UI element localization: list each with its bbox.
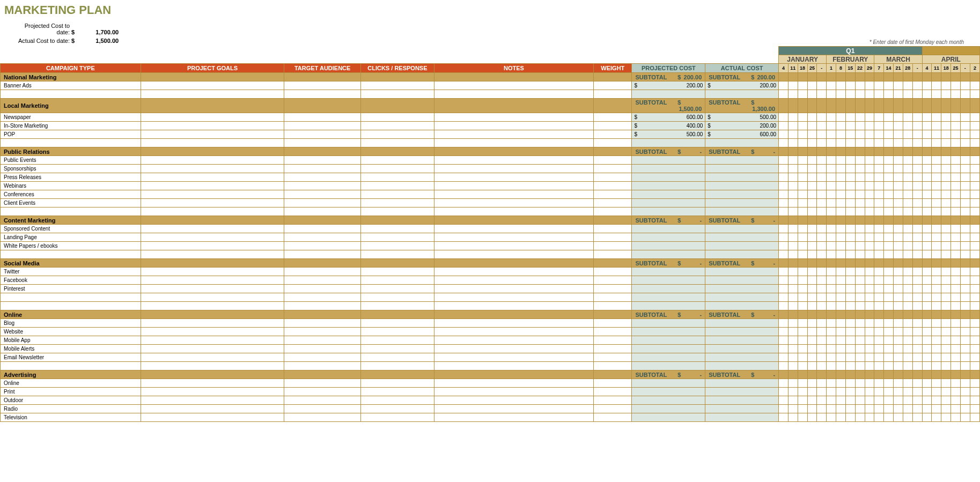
calendar-cell[interactable] bbox=[807, 122, 817, 130]
calendar-cell[interactable] bbox=[865, 81, 874, 90]
calendar-cell[interactable] bbox=[941, 130, 951, 139]
calendar-cell[interactable] bbox=[855, 302, 865, 310]
notes-cell[interactable] bbox=[434, 276, 593, 285]
calendar-cell[interactable] bbox=[874, 396, 884, 405]
money-cell[interactable] bbox=[632, 139, 705, 147]
day-cell[interactable]: 18 bbox=[798, 64, 807, 73]
calendar-cell[interactable] bbox=[865, 130, 874, 139]
calendar-cell[interactable] bbox=[798, 276, 807, 285]
calendar-cell[interactable] bbox=[941, 293, 951, 302]
calendar-cell[interactable] bbox=[788, 81, 798, 90]
calendar-cell[interactable] bbox=[798, 81, 807, 90]
day-cell[interactable]: 4 bbox=[779, 64, 789, 73]
calendar-cell[interactable] bbox=[874, 242, 884, 250]
calendar-cell[interactable] bbox=[865, 233, 874, 242]
calendar-cell[interactable] bbox=[827, 413, 836, 422]
calendar-cell[interactable] bbox=[817, 370, 827, 379]
goals-cell[interactable] bbox=[141, 268, 284, 276]
calendar-cell[interactable] bbox=[912, 388, 922, 396]
notes-cell[interactable] bbox=[434, 190, 593, 199]
calendar-cell[interactable] bbox=[903, 113, 912, 122]
notes-cell[interactable] bbox=[434, 379, 593, 388]
calendar-cell[interactable] bbox=[798, 130, 807, 139]
calendar-cell[interactable] bbox=[960, 216, 970, 225]
calendar-cell[interactable] bbox=[970, 259, 979, 268]
calendar-cell[interactable] bbox=[912, 165, 922, 173]
calendar-cell[interactable] bbox=[807, 173, 817, 182]
item-label[interactable]: White Papers / ebooks bbox=[1, 242, 141, 250]
calendar-cell[interactable] bbox=[884, 182, 894, 190]
calendar-cell[interactable] bbox=[884, 173, 894, 182]
calendar-cell[interactable] bbox=[932, 362, 941, 370]
item-label[interactable]: Facebook bbox=[1, 276, 141, 285]
calendar-cell[interactable] bbox=[779, 336, 789, 345]
calendar-cell[interactable] bbox=[788, 207, 798, 216]
clicks-cell[interactable] bbox=[361, 199, 434, 207]
calendar-cell[interactable] bbox=[970, 122, 979, 130]
calendar-cell[interactable] bbox=[903, 99, 912, 113]
calendar-cell[interactable] bbox=[922, 233, 932, 242]
calendar-cell[interactable] bbox=[836, 182, 846, 190]
calendar-cell[interactable] bbox=[779, 130, 789, 139]
calendar-cell[interactable] bbox=[836, 319, 846, 328]
audience-cell[interactable] bbox=[284, 353, 361, 362]
goals-cell[interactable] bbox=[141, 113, 284, 122]
calendar-cell[interactable] bbox=[903, 379, 912, 388]
calendar-cell[interactable] bbox=[827, 99, 836, 113]
calendar-cell[interactable] bbox=[932, 190, 941, 199]
clicks-cell[interactable] bbox=[361, 319, 434, 328]
calendar-cell[interactable] bbox=[827, 319, 836, 328]
calendar-cell[interactable] bbox=[932, 345, 941, 353]
calendar-cell[interactable] bbox=[807, 396, 817, 405]
calendar-cell[interactable] bbox=[960, 99, 970, 113]
calendar-cell[interactable] bbox=[893, 190, 903, 199]
calendar-cell[interactable] bbox=[798, 293, 807, 302]
calendar-cell[interactable] bbox=[932, 405, 941, 413]
calendar-cell[interactable] bbox=[903, 336, 912, 345]
calendar-cell[interactable] bbox=[836, 147, 846, 156]
calendar-cell[interactable] bbox=[836, 268, 846, 276]
calendar-cell[interactable] bbox=[827, 268, 836, 276]
calendar-cell[interactable] bbox=[941, 225, 951, 233]
calendar-cell[interactable] bbox=[807, 250, 817, 259]
money-cell[interactable] bbox=[705, 328, 779, 336]
calendar-cell[interactable] bbox=[855, 310, 865, 319]
audience-cell[interactable] bbox=[284, 173, 361, 182]
day-cell[interactable]: 11 bbox=[788, 64, 798, 73]
calendar-cell[interactable] bbox=[903, 310, 912, 319]
weight-cell[interactable] bbox=[594, 413, 632, 422]
day-cell[interactable]: 28 bbox=[903, 64, 912, 73]
weight-cell[interactable] bbox=[594, 233, 632, 242]
calendar-cell[interactable] bbox=[836, 370, 846, 379]
item-label[interactable] bbox=[1, 302, 141, 310]
calendar-cell[interactable] bbox=[845, 413, 855, 422]
calendar-cell[interactable] bbox=[845, 268, 855, 276]
calendar-cell[interactable] bbox=[788, 190, 798, 199]
calendar-cell[interactable] bbox=[922, 302, 932, 310]
calendar-cell[interactable] bbox=[827, 207, 836, 216]
weight-cell[interactable] bbox=[594, 353, 632, 362]
money-cell[interactable]: $600.00 bbox=[632, 113, 705, 122]
calendar-cell[interactable] bbox=[845, 370, 855, 379]
goals-cell[interactable] bbox=[141, 413, 284, 422]
calendar-cell[interactable] bbox=[884, 336, 894, 345]
calendar-cell[interactable] bbox=[903, 182, 912, 190]
weight-cell[interactable] bbox=[594, 113, 632, 122]
clicks-cell[interactable] bbox=[361, 233, 434, 242]
calendar-cell[interactable] bbox=[845, 388, 855, 396]
calendar-cell[interactable] bbox=[893, 405, 903, 413]
money-cell[interactable] bbox=[705, 182, 779, 190]
calendar-cell[interactable] bbox=[922, 293, 932, 302]
calendar-cell[interactable] bbox=[779, 113, 789, 122]
calendar-cell[interactable] bbox=[865, 319, 874, 328]
calendar-cell[interactable] bbox=[893, 293, 903, 302]
calendar-cell[interactable] bbox=[855, 405, 865, 413]
calendar-cell[interactable] bbox=[855, 147, 865, 156]
clicks-cell[interactable] bbox=[361, 405, 434, 413]
calendar-cell[interactable] bbox=[893, 81, 903, 90]
calendar-cell[interactable] bbox=[836, 122, 846, 130]
calendar-cell[interactable] bbox=[932, 99, 941, 113]
calendar-cell[interactable] bbox=[922, 336, 932, 345]
calendar-cell[interactable] bbox=[960, 353, 970, 362]
calendar-cell[interactable] bbox=[807, 113, 817, 122]
